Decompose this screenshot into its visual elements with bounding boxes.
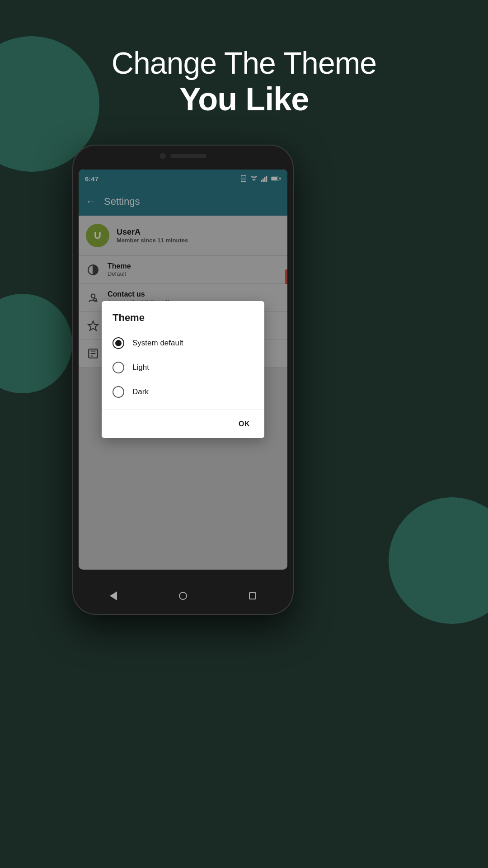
nav-recents-button[interactable]: [244, 587, 262, 605]
header-line2: You Like: [0, 80, 488, 118]
theme-dialog: Theme System default Light: [102, 301, 264, 438]
phone-bottom-nav: [79, 583, 287, 609]
dialog-divider: [102, 410, 264, 410]
dialog-title: Theme: [102, 301, 264, 331]
radio-option-system-default[interactable]: System default: [107, 331, 259, 355]
radio-circle-light: [113, 362, 124, 373]
nav-back-icon: [110, 591, 117, 600]
phone-frame: 6:47: [72, 145, 294, 615]
nav-home-button[interactable]: [174, 587, 192, 605]
dialog-options: System default Light Dark: [102, 331, 264, 408]
background-blob-right: [389, 497, 488, 624]
dialog-overlay: Theme System default Light: [79, 170, 287, 570]
dialog-ok-button[interactable]: OK: [233, 417, 255, 431]
radio-label-light: Light: [132, 363, 149, 372]
radio-inner-system-default: [115, 340, 122, 346]
speaker-bar: [170, 154, 206, 158]
phone-top-bar: [160, 153, 206, 159]
radio-circle-dark: [113, 386, 124, 398]
header-text: Change The Theme You Like: [0, 45, 488, 118]
nav-back-button[interactable]: [104, 587, 122, 605]
header-line1: Change The Theme: [0, 45, 488, 80]
dialog-actions: OK: [102, 412, 264, 438]
camera-dot: [160, 153, 166, 159]
radio-label-system-default: System default: [132, 339, 183, 348]
radio-label-dark: Dark: [132, 387, 149, 396]
radio-circle-system-default: [113, 337, 124, 349]
nav-home-icon: [179, 592, 187, 600]
radio-option-dark[interactable]: Dark: [107, 380, 259, 404]
phone-screen: 6:47: [79, 170, 287, 570]
radio-option-light[interactable]: Light: [107, 355, 259, 380]
background-blob-mid-left: [0, 294, 72, 393]
nav-recents-icon: [249, 592, 256, 599]
